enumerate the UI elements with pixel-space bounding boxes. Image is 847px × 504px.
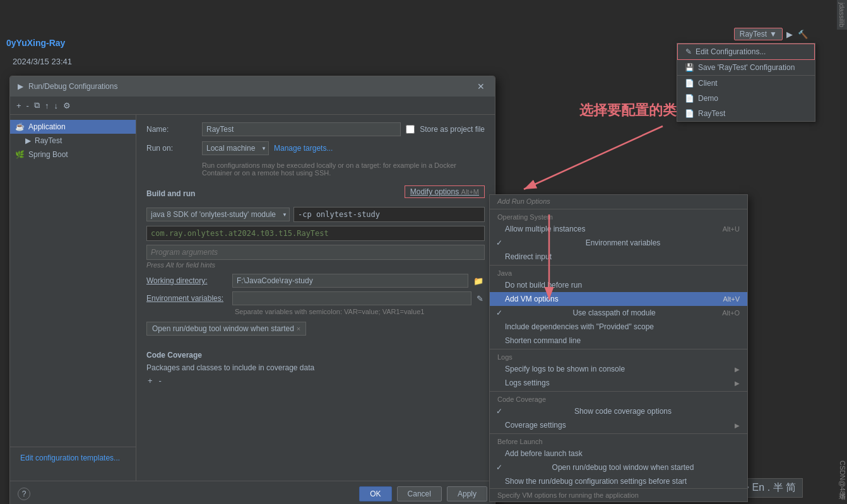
spring-icon: 🌿 (15, 150, 25, 159)
env-variables-item[interactable]: Environment variables (490, 236, 747, 250)
add-config-btn[interactable]: + (15, 100, 23, 112)
add-before-launch-item[interactable]: Add before launch task (490, 447, 747, 460)
env-vars-edit-btn[interactable]: ✎ (475, 293, 485, 305)
use-classpath-module-item[interactable]: Use classpath of module Alt+O (490, 306, 747, 320)
os-group-label: Operating System (490, 211, 747, 222)
save-icon: 💾 (685, 63, 694, 72)
run-on-select[interactable]: Local machine (202, 141, 269, 155)
settings-btn[interactable]: ⚙ (62, 100, 72, 112)
separator-5 (490, 433, 747, 434)
build-run-section-label: Build and run (146, 189, 195, 198)
dialog-toolbar: + - ⧉ ↑ ↓ ⚙ (10, 97, 495, 115)
submenu-arrow-3: ▶ (735, 422, 740, 429)
build-run-selects: java 8 SDK of 'onlytest-study' module -c… (146, 207, 485, 222)
env-vars-hint: Separate variables with semicolon: VAR=v… (235, 308, 485, 315)
copy-config-btn[interactable]: ⧉ (33, 99, 41, 112)
help-btn[interactable]: ? (18, 488, 30, 500)
client-config-item[interactable]: 📄 Client (677, 76, 815, 91)
separator-3 (490, 349, 747, 349)
move-down-btn[interactable]: ↓ (52, 100, 59, 112)
move-up-btn[interactable]: ↑ (44, 100, 50, 112)
dialog-close-button[interactable]: ✕ (475, 80, 487, 93)
redirect-input-item[interactable]: Redirect input (490, 250, 747, 264)
show-coverage-options-item[interactable]: Show code coverage options (490, 404, 747, 418)
sidebar-item-raytest[interactable]: ▶ RayTest (10, 134, 136, 148)
logs-settings-item[interactable]: Logs settings ▶ (490, 376, 747, 390)
main-class-field[interactable]: com.ray.onlytest.at2024.t03.t15.RayTest (146, 226, 485, 241)
demo-config-item[interactable]: 📄 Demo (677, 91, 815, 106)
name-input[interactable] (202, 122, 401, 136)
cancel-btn[interactable]: Cancel (397, 486, 442, 501)
run-config-dropdown-btn[interactable]: RayTest ▼ (734, 28, 783, 40)
remove-config-btn[interactable]: - (25, 100, 30, 112)
working-dir-label: Working directory: (146, 276, 228, 285)
coverage-add-btn[interactable]: + (146, 375, 154, 387)
coverage-settings-item[interactable]: Coverage settings ▶ (490, 418, 747, 432)
java-sdk-wrapper: java 8 SDK of 'onlytest-study' module (146, 208, 290, 221)
env-vars-input[interactable] (232, 291, 471, 305)
show-settings-before-start-item[interactable]: Show the run/debug configuration setting… (490, 474, 747, 488)
modify-options-shortcut: Alt+M (461, 188, 479, 196)
edit-templates-link[interactable]: Edit configuration templates... (15, 451, 131, 465)
cp-field: -cp onlytest-study (293, 207, 485, 222)
env-vars-row: Environment variables: ✎ (146, 291, 485, 305)
submenu-arrow-2: ▶ (735, 380, 740, 387)
save-configuration-item[interactable]: 💾 Save 'RayTest' Configuration (677, 60, 815, 75)
run-on-row: Run on: Local machine Manage targets... (146, 141, 485, 155)
ok-btn[interactable]: OK (359, 486, 391, 501)
working-dir-row: Working directory: 📁 (146, 274, 485, 288)
config-icon2: 📄 (685, 94, 694, 103)
modify-options-btn[interactable]: Modify options Alt+M (405, 185, 485, 198)
name-row: Name: Store as project file (146, 122, 485, 136)
edit-icon: ✎ (685, 47, 692, 56)
apply-btn[interactable]: Apply (447, 486, 487, 501)
separator-2 (490, 265, 747, 266)
dialog-sidebar: ☕ Application ▶ RayTest 🌿 Spring Boot Ed… (10, 115, 136, 481)
run-on-hint: Run configurations may be executed local… (202, 161, 485, 177)
name-label: Name: (146, 125, 197, 134)
java-sdk-select[interactable]: java 8 SDK of 'onlytest-study' module (146, 208, 290, 221)
jdassilib-label: jdassilib (837, 0, 847, 30)
sidebar-item-springboot[interactable]: 🌿 Spring Boot (10, 148, 136, 161)
store-as-project-checkbox[interactable] (406, 125, 415, 134)
build-run-header: Build and run Modify options Alt+M (146, 182, 485, 202)
specify-logs-item[interactable]: Specify logs to be shown in console ▶ (490, 362, 747, 376)
logs-group-label: Logs (490, 351, 747, 362)
no-build-before-run-item[interactable]: Do not build before run (490, 278, 747, 292)
sidebar-item-application[interactable]: ☕ Application (10, 120, 136, 134)
build-btn[interactable]: 🔨 (797, 28, 809, 40)
date-display: 2024/3/15 23:41 (13, 57, 72, 66)
submenu-arrow-1: ▶ (735, 366, 740, 373)
packages-label: Packages and classes to include in cover… (146, 363, 485, 372)
include-provided-scope-item[interactable]: Include dependencies with "Provided" sco… (490, 320, 747, 334)
field-hint: Press Alt for field hints (146, 261, 485, 269)
add-vm-options-item[interactable]: Add VM options Alt+V (490, 292, 747, 306)
shorten-command-line-item[interactable]: Shorten command line (490, 334, 747, 348)
code-coverage-section: Code Coverage Packages and classes to in… (146, 351, 485, 387)
dialog-title: Run/Debug Configurations (28, 82, 470, 91)
working-dir-browse-btn[interactable]: 📁 (472, 275, 485, 287)
config-icon3: 📄 (685, 109, 694, 118)
run-play-btn[interactable]: ▶ (785, 28, 794, 40)
add-run-options-menu: Add Run Options Operating System Allow m… (489, 194, 748, 502)
run-on-select-wrapper: Local machine (202, 141, 269, 155)
working-dir-input[interactable] (232, 274, 468, 288)
open-run-debug-on-start-item[interactable]: Open run/debug tool window when started (490, 460, 747, 474)
program-args-input[interactable] (146, 245, 485, 260)
dialog-main-content: Name: Store as project file Run on: Loca… (136, 115, 495, 481)
run-config-name: RayTest (740, 30, 767, 38)
dialog-icon: ▶ (18, 82, 23, 91)
manage-targets-link[interactable]: Manage targets... (274, 144, 333, 153)
allow-multiple-instances-item[interactable]: Allow multiple instances Alt+U (490, 222, 747, 236)
run-on-label: Run on: (146, 144, 197, 153)
top-dropdown-menu: ✎ Edit Configurations... 💾 Save 'RayTest… (677, 43, 815, 122)
context-menu-footer: Specify VM options for running the appli… (490, 488, 747, 501)
config-icon: 📄 (685, 79, 694, 88)
java-group-label: Java (490, 267, 747, 278)
edit-configurations-item[interactable]: ✎ Edit Configurations... (677, 44, 815, 60)
run-debug-dialog: ▶ Run/Debug Configurations ✕ + - ⧉ ↑ ↓ ⚙… (9, 76, 495, 504)
raytest-config-item[interactable]: 📄 RayTest (677, 106, 815, 121)
open-run-badge-close[interactable]: × (297, 325, 300, 332)
coverage-remove-btn[interactable]: - (158, 375, 163, 387)
chevron-down-icon: ▼ (769, 30, 777, 38)
